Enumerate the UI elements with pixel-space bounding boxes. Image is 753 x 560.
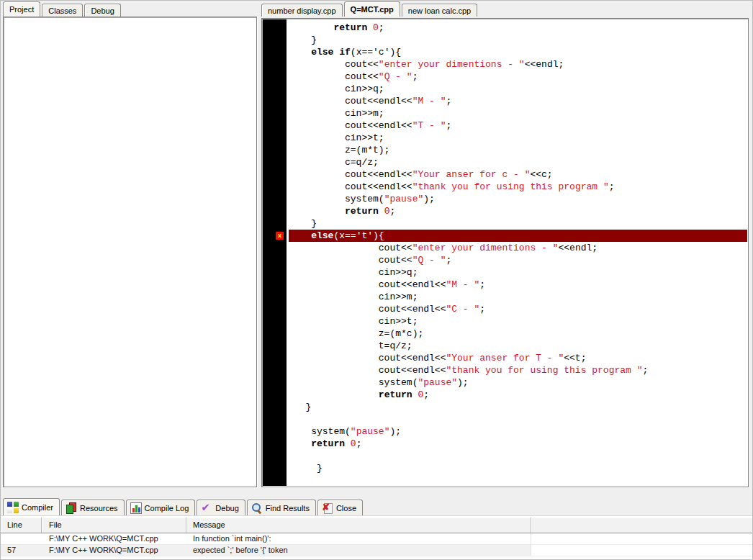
code-line[interactable]: z=(m*t); xyxy=(289,144,747,156)
output-tab-debug[interactable]: Debug xyxy=(197,500,245,515)
code-line[interactable] xyxy=(289,413,747,425)
code-line[interactable]: cout<<"Q - "; xyxy=(289,254,747,266)
code-line[interactable]: z=(m*c); xyxy=(289,328,747,340)
output-tab-close[interactable]: Close xyxy=(317,500,363,515)
code-token: cout<<endl<< xyxy=(289,169,412,180)
code-line[interactable]: else if(x=='c'){ xyxy=(289,46,747,58)
code-line[interactable]: cin>>t; xyxy=(289,315,747,328)
code-line[interactable]: cout<<"Q - "; xyxy=(289,71,747,83)
code-token: ; xyxy=(609,181,615,192)
column-header-message[interactable]: Message xyxy=(186,518,531,533)
code-line[interactable]: cout<<endl<<"Your anser for c - "<<c; xyxy=(289,168,747,181)
compiler-output-row[interactable]: 57F:\MY C++ WORK\Q=MCT.cppexpected `;' b… xyxy=(1,545,752,556)
compiler-output-panel: LineFileMessage F:\MY C++ WORK\Q=MCT.cpp… xyxy=(1,516,752,559)
code-line[interactable]: cout<<endl<<"T - "; xyxy=(289,119,747,132)
code-token: z=(m*t); xyxy=(289,145,389,155)
file-tab-q-mct-cpp[interactable]: Q=MCT.cpp xyxy=(344,1,400,17)
code-token: "Your anser for T - " xyxy=(446,353,564,363)
cell-line: 57 xyxy=(1,545,42,556)
dev-cpp-ide-window: ProjectClassesDebug number display.cppQ=… xyxy=(0,0,753,560)
code-token: } xyxy=(289,218,317,229)
code-line[interactable]: cin>>q; xyxy=(289,83,747,95)
code-token: ); xyxy=(457,377,469,388)
code-line[interactable]: cout<<"enter your dimentions - "<<endl; xyxy=(289,58,747,71)
code-line[interactable]: cout<<endl<<"Your anser for T - "<<t; xyxy=(289,352,747,364)
code-token xyxy=(289,438,311,449)
output-tab-compiler[interactable]: Compiler xyxy=(3,498,60,515)
tab-debug[interactable]: Debug xyxy=(84,4,120,17)
code-token: "M - " xyxy=(412,96,446,107)
project-tree-panel[interactable] xyxy=(3,17,257,487)
code-token: ; xyxy=(423,389,429,400)
output-tab-resources[interactable]: Resources xyxy=(61,500,125,515)
tab-label: new loan calc.cpp xyxy=(408,6,471,15)
tab-label: number display.cpp xyxy=(268,6,336,15)
compiler-output-rows: F:\MY C++ WORK\Q=MCT.cppIn function `int… xyxy=(1,533,752,556)
code-token: "thank you for using this program " xyxy=(412,181,609,192)
tab-label: Q=MCT.cpp xyxy=(351,5,394,14)
tab-classes[interactable]: Classes xyxy=(42,4,83,17)
code-line[interactable] xyxy=(289,450,747,462)
column-header-filler[interactable] xyxy=(531,518,752,533)
file-tab-new-loan-calc-cpp[interactable]: new loan calc.cpp xyxy=(402,4,477,17)
tab-label: Close xyxy=(336,504,356,512)
code-token: } xyxy=(289,402,311,412)
error-highlighted-code-line[interactable]: else(x=='t'){ xyxy=(289,230,747,242)
code-line[interactable]: cin>>t; xyxy=(289,132,747,144)
error-marker-icon: x xyxy=(276,232,284,240)
file-tab-number-display-cpp[interactable]: number display.cpp xyxy=(261,4,343,17)
code-line[interactable]: } xyxy=(289,34,747,46)
code-token: return xyxy=(333,22,367,33)
code-line[interactable]: cout<<endl<<"thank you for using this pr… xyxy=(289,364,747,376)
code-token: cout<< xyxy=(289,255,412,266)
code-line[interactable]: cin>>m; xyxy=(289,291,747,303)
code-line[interactable]: return 0; xyxy=(289,438,747,450)
code-token: "Q - " xyxy=(412,255,446,266)
code-token: cout<<endl<< xyxy=(289,365,446,376)
code-token: cout<<endl<< xyxy=(289,96,412,107)
code-area[interactable]: return 0; } else if(x=='c'){ cout<<"ente… xyxy=(289,19,747,486)
code-line[interactable]: return 0; xyxy=(289,205,747,217)
code-line[interactable]: return 0; xyxy=(289,22,747,34)
tab-label: Project xyxy=(9,5,34,14)
code-line[interactable]: system("pause"); xyxy=(289,193,747,205)
tab-label: Debug xyxy=(91,6,114,15)
code-token xyxy=(379,206,384,217)
code-token: "enter your dimentions - " xyxy=(379,59,525,70)
code-token: "enter your dimentions - " xyxy=(412,243,559,253)
code-line[interactable]: c=q/z; xyxy=(289,156,747,168)
code-line[interactable]: t=q/z; xyxy=(289,340,747,352)
code-line[interactable]: cout<<endl<<"C - "; xyxy=(289,303,747,315)
output-tab-find-results[interactable]: Find Results xyxy=(247,500,316,515)
column-header-line[interactable]: Line xyxy=(1,518,42,533)
code-line[interactable]: cin>>q; xyxy=(289,266,747,279)
code-line[interactable]: cout<<endl<<"M - "; xyxy=(289,279,747,291)
cell-file: F:\MY C++ WORK\Q=MCT.cpp xyxy=(42,545,186,556)
code-line[interactable]: cin>>m; xyxy=(289,107,747,119)
tab-project[interactable]: Project xyxy=(3,1,40,17)
code-token: ); xyxy=(423,194,435,204)
open-files-tabstrip: number display.cppQ=MCT.cppnew loan calc… xyxy=(261,1,479,17)
code-line[interactable]: cout<<endl<<"M - "; xyxy=(289,95,747,107)
code-token: ; xyxy=(356,438,362,449)
code-line[interactable]: cout<<"enter your dimentions - "<<endl; xyxy=(289,242,747,254)
cell-message: expected `;' before '{' token xyxy=(186,545,531,556)
code-line[interactable]: cout<<endl<<"thank you for using this pr… xyxy=(289,181,747,193)
code-line[interactable]: } xyxy=(289,217,747,230)
cell-file: F:\MY C++ WORK\Q=MCT.cpp xyxy=(42,533,186,544)
code-line[interactable]: } xyxy=(289,401,747,413)
tab-label: Compile Log xyxy=(145,504,189,512)
output-tab-compile-log[interactable]: Compile Log xyxy=(126,500,196,515)
code-token: else xyxy=(311,47,333,58)
code-line[interactable]: system("pause"); xyxy=(289,425,747,438)
code-token: cin>>m; xyxy=(289,108,384,119)
tab-label: Debug xyxy=(215,504,238,512)
code-line[interactable]: system("pause"); xyxy=(289,376,747,389)
code-line[interactable]: return 0; xyxy=(289,389,747,401)
editor-gutter[interactable] xyxy=(263,19,287,486)
compiler-output-row[interactable]: F:\MY C++ WORK\Q=MCT.cppIn function `int… xyxy=(1,533,752,545)
code-line[interactable]: } xyxy=(289,462,747,474)
code-token: ; xyxy=(379,22,384,33)
code-token: } xyxy=(289,463,323,474)
column-header-file[interactable]: File xyxy=(42,518,186,533)
